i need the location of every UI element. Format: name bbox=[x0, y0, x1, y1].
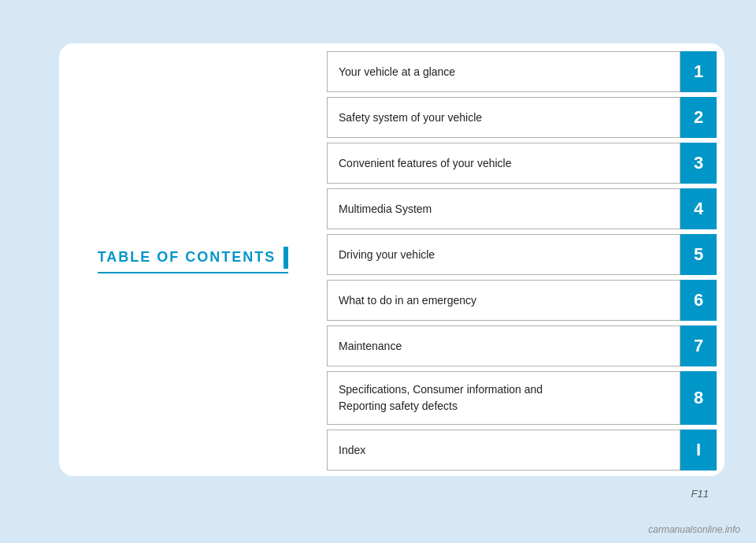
toc-item-num-4: 4 bbox=[680, 188, 717, 229]
toc-item-num-5: 5 bbox=[680, 234, 717, 275]
toc-item-label-5: Driving your vehicle bbox=[327, 234, 680, 275]
left-panel: TABLE OF CONTENTS bbox=[59, 43, 327, 476]
toc-item-label-1: Your vehicle at a glance bbox=[327, 51, 680, 92]
toc-title: TABLE OF CONTENTS bbox=[98, 249, 276, 266]
toc-row-5[interactable]: Driving your vehicle 5 bbox=[327, 234, 717, 275]
toc-item-label-4: Multimedia System bbox=[327, 188, 680, 229]
toc-item-num-9: I bbox=[680, 430, 717, 470]
toc-item-num-8: 8 bbox=[680, 371, 717, 425]
toc-item-num-2: 2 bbox=[680, 97, 717, 138]
toc-row-7[interactable]: Maintenance 7 bbox=[327, 325, 717, 366]
watermark: carmanualsonline.info bbox=[648, 524, 740, 535]
toc-row-1[interactable]: Your vehicle at a glance 1 bbox=[327, 51, 717, 92]
toc-row-2[interactable]: Safety system of your vehicle 2 bbox=[327, 97, 717, 138]
toc-label-wrapper: TABLE OF CONTENTS bbox=[98, 247, 289, 273]
toc-item-num-7: 7 bbox=[680, 325, 717, 366]
toc-item-num-3: 3 bbox=[680, 143, 717, 184]
toc-item-label-8: Specifications, Consumer information and… bbox=[327, 371, 680, 425]
toc-item-label-3: Convenient features of your vehicle bbox=[327, 143, 680, 184]
toc-item-label-6: What to do in an emergency bbox=[327, 280, 680, 321]
toc-item-label-7: Maintenance bbox=[327, 325, 680, 366]
page-container: TABLE OF CONTENTS Your vehicle at a glan… bbox=[0, 0, 756, 543]
toc-row-8[interactable]: Specifications, Consumer information and… bbox=[327, 371, 717, 425]
toc-underline bbox=[98, 272, 289, 273]
toc-row-9[interactable]: Index I bbox=[327, 430, 717, 470]
toc-item-num-6: 6 bbox=[680, 280, 717, 321]
toc-row-6[interactable]: What to do in an emergency 6 bbox=[327, 280, 717, 321]
toc-row-3[interactable]: Convenient features of your vehicle 3 bbox=[327, 143, 717, 184]
toc-item-label-9: Index bbox=[327, 430, 680, 470]
toc-bar-icon bbox=[284, 247, 288, 269]
toc-item-label-2: Safety system of your vehicle bbox=[327, 97, 680, 138]
toc-list: Your vehicle at a glance 1 Safety system… bbox=[327, 51, 717, 472]
toc-item-num-1: 1 bbox=[680, 51, 717, 92]
toc-label-container: TABLE OF CONTENTS bbox=[98, 247, 289, 269]
toc-row-4[interactable]: Multimedia System 4 bbox=[327, 188, 717, 229]
page-footer: F11 bbox=[691, 488, 709, 500]
